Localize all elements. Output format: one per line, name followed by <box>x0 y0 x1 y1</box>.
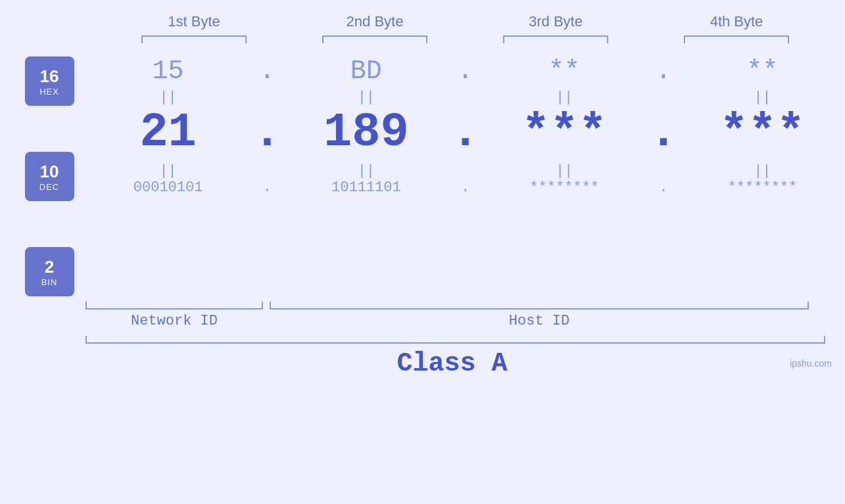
byte2-header: 2nd Byte <box>285 13 466 30</box>
hex-b3-cell: ** <box>482 57 647 86</box>
bin-b3-cell: ******** <box>482 179 647 196</box>
bin-b4-cell: ******** <box>680 179 845 196</box>
eq1-b4: || <box>680 89 845 106</box>
hex-badge-number: 16 <box>40 66 59 87</box>
data-grid: 15 . BD . ** . ** || || <box>85 57 845 196</box>
hex-b1-cell: 15 <box>85 57 251 86</box>
labels-row: Network ID Host ID <box>85 313 809 329</box>
hex-b1: 15 <box>153 57 184 86</box>
dec-dot1: . <box>251 106 283 160</box>
hex-dot1: . <box>251 57 283 86</box>
full-bracket <box>85 336 825 344</box>
dec-b1: 21 <box>139 106 196 160</box>
bin-row: 00010101 . 10111101 . ******** . *******… <box>85 179 845 196</box>
dec-row: 21 . 189 . *** . *** <box>85 106 845 160</box>
bottom-bracket-container <box>85 302 809 309</box>
class-label: Class A <box>85 349 819 378</box>
network-bracket <box>85 302 263 309</box>
dec-b4-cell: *** <box>680 106 845 160</box>
bracket-b3 <box>503 35 608 43</box>
byte-headers: 1st Byte 2nd Byte 3rd Byte 4th Byte <box>104 13 827 30</box>
bin-dot1: . <box>251 179 283 196</box>
hex-b2-cell: BD <box>283 57 448 86</box>
dec-dot3: . <box>647 106 680 160</box>
hex-dot2: . <box>449 57 482 86</box>
eq2-b1: || <box>85 163 251 179</box>
hex-badge-label: HEX <box>39 87 59 97</box>
eq1-b2: || <box>283 89 448 106</box>
bin-dot3: . <box>647 179 680 196</box>
hex-b3: ** <box>548 57 580 86</box>
bin-b4: ******** <box>728 179 798 196</box>
dec-badge-label: DEC <box>39 182 59 192</box>
dec-b3: *** <box>521 106 607 160</box>
bin-dot2: . <box>449 179 482 196</box>
bin-badge-label: BIN <box>41 277 58 287</box>
bin-b3: ******** <box>529 179 599 196</box>
main-container: 1st Byte 2nd Byte 3rd Byte 4th Byte 16 H… <box>0 0 845 504</box>
content-area: 16 HEX 10 DEC 2 BIN 15 . BD <box>0 57 845 296</box>
hex-dot3: . <box>647 57 680 86</box>
dec-b1-cell: 21 <box>85 106 251 160</box>
bin-b2-cell: 10111101 <box>283 179 448 196</box>
eq2-b2: || <box>283 163 448 179</box>
hex-row: 15 . BD . ** . ** <box>85 57 845 86</box>
network-id-label: Network ID <box>85 313 263 329</box>
hex-b4: ** <box>746 57 778 86</box>
bracket-b4 <box>684 35 789 43</box>
bin-badge-number: 2 <box>45 257 54 277</box>
bin-b1-cell: 00010101 <box>85 179 251 196</box>
watermark: ipshu.com <box>790 358 832 369</box>
host-id-label: Host ID <box>270 313 809 329</box>
dec-b3-cell: *** <box>482 106 647 160</box>
eq1-b3: || <box>482 89 647 106</box>
dec-b2: 189 <box>324 106 409 160</box>
eq1-b1: || <box>85 89 251 106</box>
bin-badge: 2 BIN <box>25 247 74 296</box>
bracket-b2 <box>322 35 427 43</box>
bottom-area: Network ID Host ID Class A ipshu.com <box>0 302 845 378</box>
dec-b2-cell: 189 <box>283 106 448 160</box>
byte1-header: 1st Byte <box>104 13 285 30</box>
hex-b4-cell: ** <box>680 57 845 86</box>
dec-b4: *** <box>720 106 806 160</box>
bin-b2: 10111101 <box>331 179 401 196</box>
dec-badge: 10 DEC <box>25 152 74 201</box>
hex-badge: 16 HEX <box>25 57 74 106</box>
hex-b2: BD <box>350 57 382 86</box>
byte3-header: 3rd Byte <box>466 13 646 30</box>
equals-row-2: || || || || <box>85 163 845 179</box>
top-brackets <box>104 35 827 43</box>
dec-badge-number: 10 <box>40 162 59 182</box>
byte4-header: 4th Byte <box>646 13 827 30</box>
eq2-b3: || <box>482 163 647 179</box>
badge-column: 16 HEX 10 DEC 2 BIN <box>0 57 85 296</box>
bin-b1: 00010101 <box>133 179 203 196</box>
host-bracket <box>270 302 809 309</box>
equals-row-1: || || || || <box>85 89 845 106</box>
bracket-b1 <box>141 35 247 43</box>
dec-dot2: . <box>449 106 482 160</box>
eq2-b4: || <box>680 163 845 179</box>
